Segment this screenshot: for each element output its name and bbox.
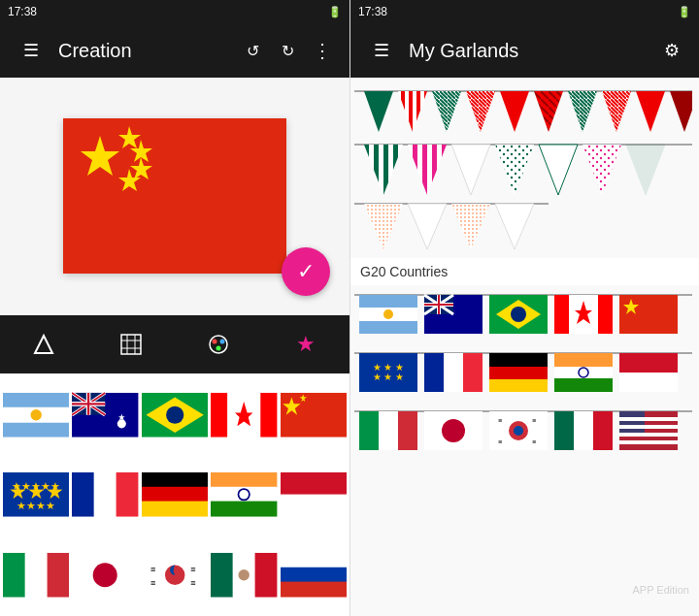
more-options-icon[interactable]: ⋮: [307, 35, 338, 66]
svg-point-33: [166, 405, 183, 423]
svg-text:≡: ≡: [498, 417, 502, 424]
left-panel: 17:38 🔋 ☰ Creation ↺ ↻ ⋮: [0, 0, 350, 616]
svg-marker-97: [636, 91, 665, 132]
garland-row-2: ★ ★ ★ ★ ★ ★: [354, 343, 692, 398]
battery-icon-right: 🔋: [678, 6, 691, 18]
svg-rect-59: [25, 552, 48, 597]
right-status-bar: 17:38 🔋: [350, 0, 699, 23]
svg-point-170: [442, 419, 465, 442]
svg-marker-124: [408, 204, 447, 249]
flag-south-korea[interactable]: ≡≡≡≡: [142, 536, 208, 614]
svg-rect-155: [463, 353, 483, 392]
menu-icon[interactable]: ☰: [16, 35, 47, 66]
flag-india[interactable]: [211, 456, 277, 534]
svg-point-13: [213, 339, 217, 343]
bunting-svg-2: [354, 137, 692, 200]
bunting-row-2: [350, 137, 699, 204]
toolbar: ★: [0, 315, 350, 373]
right-status-time: 17:38: [358, 5, 387, 18]
flag-brazil[interactable]: [142, 376, 208, 454]
left-title: Creation: [58, 40, 233, 62]
svg-rect-144: [598, 295, 613, 334]
svg-marker-91: [432, 91, 461, 132]
svg-point-130: [383, 309, 393, 319]
flag-mexico[interactable]: [211, 536, 277, 614]
favorites-tool-button[interactable]: ★: [284, 323, 327, 366]
flag-eu[interactable]: ★★★★★★★★★★★★: [3, 456, 69, 534]
svg-rect-159: [554, 353, 613, 367]
svg-rect-38: [281, 392, 347, 437]
garland-display: G20 Countries: [350, 78, 699, 616]
flag-france[interactable]: [72, 456, 138, 534]
svg-marker-126: [495, 204, 534, 249]
garland-row-3: ≡ ≡ ≡ ≡: [354, 402, 692, 460]
svg-rect-35: [211, 392, 227, 437]
flag-china[interactable]: [281, 376, 347, 454]
svg-rect-164: [619, 373, 678, 392]
svg-text:≡: ≡: [532, 417, 536, 424]
shape-tool-button[interactable]: [22, 323, 65, 366]
svg-point-173: [514, 426, 523, 436]
svg-marker-93: [500, 91, 529, 132]
color-tool-button[interactable]: [197, 323, 240, 366]
right-menu-icon[interactable]: ☰: [366, 35, 397, 66]
flag-argentina[interactable]: [3, 376, 69, 454]
canvas-area: ✓: [0, 78, 350, 315]
svg-rect-168: [398, 411, 417, 450]
svg-rect-185: [619, 433, 678, 437]
flag-italy[interactable]: [3, 536, 69, 614]
svg-marker-111: [408, 145, 447, 195]
svg-marker-92: [466, 91, 495, 132]
flag-indonesia[interactable]: [281, 456, 347, 534]
flag-russia[interactable]: [281, 536, 347, 614]
svg-rect-54: [211, 502, 277, 517]
svg-rect-158: [489, 379, 548, 392]
flag-grid: ★★★★★★★★★★★★ ≡≡≡≡: [0, 373, 350, 617]
svg-marker-112: [451, 145, 490, 195]
svg-marker-96: [602, 91, 631, 132]
svg-marker-116: [626, 145, 665, 195]
left-status-bar: 17:38 🔋: [0, 0, 350, 23]
svg-marker-110: [364, 145, 403, 195]
svg-rect-183: [619, 417, 678, 421]
svg-rect-160: [554, 367, 613, 378]
svg-point-29: [117, 419, 126, 428]
svg-point-141: [511, 307, 526, 322]
svg-rect-46: [72, 472, 94, 517]
flag-japan[interactable]: [72, 536, 138, 614]
left-top-bar: ☰ Creation ↺ ↻ ⋮: [0, 23, 350, 78]
flag-germany[interactable]: [142, 456, 208, 534]
svg-point-18: [30, 409, 41, 420]
bunting-row-1: [350, 78, 699, 141]
settings-icon[interactable]: ⚙: [656, 35, 687, 66]
flag-australia[interactable]: [72, 376, 138, 454]
svg-marker-123: [364, 204, 403, 249]
svg-rect-75: [281, 581, 347, 597]
svg-rect-47: [94, 472, 116, 517]
svg-marker-94: [534, 91, 563, 132]
undo-icon[interactable]: ↺: [237, 35, 268, 66]
svg-marker-77: [364, 91, 393, 132]
right-main: G20 Countries: [350, 78, 699, 616]
redo-icon[interactable]: ↻: [272, 35, 303, 66]
svg-rect-166: [359, 411, 379, 450]
svg-rect-52: [211, 472, 277, 488]
svg-rect-0: [63, 118, 286, 274]
confirm-button[interactable]: ✓: [282, 247, 330, 296]
svg-marker-113: [495, 145, 534, 195]
flag-canada[interactable]: [211, 376, 277, 454]
svg-marker-78: [398, 91, 427, 132]
svg-text:≡: ≡: [532, 438, 536, 445]
svg-rect-180: [593, 411, 613, 450]
svg-rect-56: [281, 472, 347, 495]
bunting-svg-1: [354, 83, 692, 137]
svg-rect-186: [619, 440, 678, 444]
svg-marker-115: [582, 145, 621, 195]
svg-rect-146: [619, 295, 678, 334]
watermark: APP Edition: [632, 584, 689, 597]
left-status-time: 17:38: [8, 5, 37, 18]
right-title: My Garlands: [409, 40, 652, 62]
pattern-tool-button[interactable]: [110, 323, 152, 366]
svg-rect-7: [121, 335, 141, 354]
garland-flags: ★ ★ ★ ★ ★ ★: [350, 285, 699, 464]
